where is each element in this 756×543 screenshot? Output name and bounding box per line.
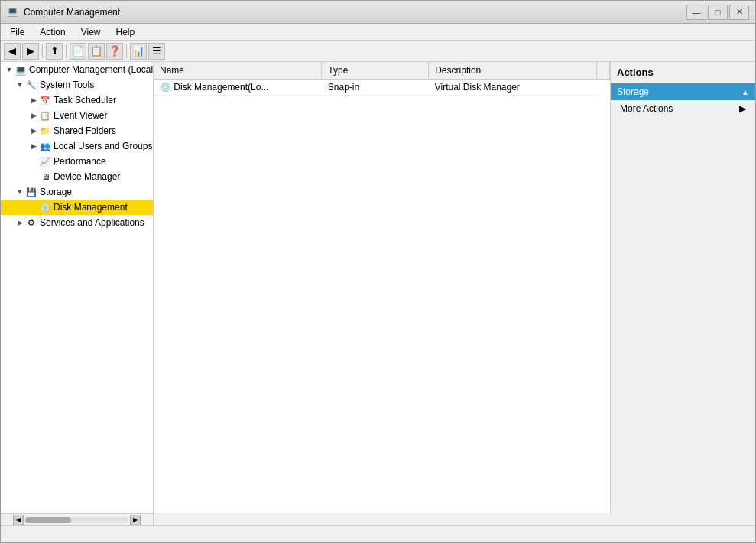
sidebar-system-tools-label: System Tools <box>40 80 94 90</box>
details-button[interactable]: ☰ <box>148 43 165 60</box>
sidebar-item-services-apps[interactable]: ▶ ⚙ Services and Applications <box>1 215 153 230</box>
actions-panel: Actions Storage ▲ More Actions ▶ <box>610 62 755 513</box>
content-area: Name Type Description 💿 Disk Management(… <box>154 62 610 513</box>
status-bar <box>1 525 755 542</box>
task-scheduler-icon: 📅 <box>39 94 51 106</box>
sidebar-services-apps-label: Services and Applications <box>40 217 144 228</box>
toolbar: ◀ ▶ ⬆ 📄 📋 ❓ 📊 ☰ <box>1 41 755 62</box>
event-viewer-icon: 📋 <box>39 109 51 122</box>
sidebar-item-event-viewer[interactable]: ▶ 📋 Event Viewer <box>1 108 153 123</box>
computer-icon: 💻 <box>15 63 27 76</box>
device-manager-icon: 🖥 <box>39 171 51 183</box>
toolbar-separator-3 <box>126 44 127 58</box>
sidebar-local-users-label: Local Users and Groups <box>54 141 152 151</box>
expand-task-scheduler[interactable]: ▶ <box>28 95 39 106</box>
expand-event-viewer[interactable]: ▶ <box>28 110 39 121</box>
expand-storage[interactable]: ▼ <box>15 187 25 197</box>
window-title: Computer Management <box>24 7 120 18</box>
minimize-button[interactable]: — <box>686 5 706 20</box>
title-buttons: — □ ✕ <box>686 5 749 20</box>
back-button[interactable]: ◀ <box>4 43 21 60</box>
cell-name: 💿 Disk Management(Lo... <box>154 80 322 96</box>
sidebar-shared-folders-label: Shared Folders <box>54 125 116 136</box>
sidebar-item-task-scheduler[interactable]: ▶ 📅 Task Scheduler <box>1 93 153 108</box>
up-button[interactable]: ⬆ <box>46 43 63 60</box>
sidebar-task-scheduler-label: Task Scheduler <box>54 95 116 106</box>
show-hide-button[interactable]: 📄 <box>70 43 86 60</box>
local-users-icon: 👥 <box>39 140 51 152</box>
sidebar-item-disk-management[interactable]: 💿 Disk Management <box>1 200 153 215</box>
properties-button[interactable]: 📋 <box>88 43 105 60</box>
actions-panel-header: Actions <box>611 62 755 83</box>
main-area: ▼ 💻 Computer Management (Local ▼ 🔧 Syste… <box>1 62 755 513</box>
expand-root[interactable]: ▼ <box>4 64 15 75</box>
scroll-right-button[interactable]: ▶ <box>130 515 141 525</box>
actions-expand-icon: ▲ <box>741 88 749 96</box>
sidebar-event-viewer-label: Event Viewer <box>54 110 107 121</box>
performance-icon: 📈 <box>39 155 51 167</box>
maximize-button[interactable]: □ <box>708 5 728 20</box>
col-header-name[interactable]: Name <box>154 62 322 80</box>
sidebar-storage-label: Storage <box>40 187 72 197</box>
content-table: Name Type Description 💿 Disk Management(… <box>154 62 610 96</box>
system-tools-icon: 🔧 <box>25 79 37 91</box>
title-bar-left: 💻 Computer Management <box>7 6 120 18</box>
more-actions-arrow: ▶ <box>739 103 746 114</box>
sidebar: ▼ 💻 Computer Management (Local ▼ 🔧 Syste… <box>1 62 154 513</box>
forward-button[interactable]: ▶ <box>22 43 39 60</box>
actions-section-storage[interactable]: Storage ▲ <box>611 83 755 100</box>
menu-file[interactable]: File <box>4 25 31 39</box>
shared-folders-icon: 📁 <box>39 125 51 137</box>
services-apps-icon: ⚙ <box>25 216 37 229</box>
col-header-type[interactable]: Type <box>322 62 429 80</box>
col-header-extra <box>597 62 610 80</box>
menu-bar: File Action View Help <box>1 24 755 41</box>
sidebar-item-system-tools[interactable]: ▼ 🔧 System Tools <box>1 77 153 93</box>
sidebar-item-local-users[interactable]: ▶ 👥 Local Users and Groups <box>1 138 153 154</box>
cell-description: Virtual Disk Manager <box>429 80 597 96</box>
main-window: 💻 Computer Management — □ ✕ File Action … <box>0 0 756 543</box>
table-row[interactable]: 💿 Disk Management(Lo... Snap-in Virtual … <box>154 80 610 96</box>
close-button[interactable]: ✕ <box>729 5 749 20</box>
expand-services-apps[interactable]: ▶ <box>15 217 25 228</box>
window-icon: 💻 <box>7 6 19 18</box>
expand-local-users[interactable]: ▶ <box>28 141 39 151</box>
expand-shared-folders[interactable]: ▶ <box>28 125 39 136</box>
sidebar-item-shared-folders[interactable]: ▶ 📁 Shared Folders <box>1 123 153 138</box>
help-button[interactable]: ❓ <box>106 43 123 60</box>
scroll-track[interactable] <box>25 517 128 523</box>
sidebar-device-manager-label: Device Manager <box>54 171 120 182</box>
menu-help[interactable]: Help <box>110 25 141 39</box>
toolbar-separator-1 <box>42 44 43 58</box>
toolbar-separator-2 <box>66 44 67 58</box>
row-icon: 💿 <box>160 82 174 93</box>
menu-view[interactable]: View <box>75 25 107 39</box>
sidebar-item-performance[interactable]: 📈 Performance <box>1 154 153 169</box>
actions-item-more-actions[interactable]: More Actions ▶ <box>611 100 755 117</box>
sidebar-performance-label: Performance <box>54 156 106 167</box>
sidebar-root-label: Computer Management (Local <box>29 64 153 75</box>
scroll-thumb[interactable] <box>25 517 71 523</box>
sidebar-disk-management-label: Disk Management <box>54 202 128 213</box>
sidebar-item-storage[interactable]: ▼ 💾 Storage <box>1 184 153 200</box>
storage-icon: 💾 <box>25 186 37 198</box>
expand-system-tools[interactable]: ▼ <box>15 80 25 90</box>
menu-action[interactable]: Action <box>34 25 71 39</box>
sidebar-item-root[interactable]: ▼ 💻 Computer Management (Local <box>1 62 153 77</box>
cell-type: Snap-in <box>322 80 429 96</box>
actions-section-label: Storage <box>617 86 649 97</box>
more-actions-label: More Actions <box>620 103 673 114</box>
scroll-left-button[interactable]: ◀ <box>13 515 24 525</box>
col-header-description[interactable]: Description <box>429 62 597 80</box>
title-bar: 💻 Computer Management — □ ✕ <box>1 1 755 24</box>
horizontal-scrollbar[interactable]: ◀ ▶ <box>1 513 154 525</box>
sidebar-item-device-manager[interactable]: 🖥 Device Manager <box>1 169 153 184</box>
chart-button[interactable]: 📊 <box>130 43 147 60</box>
disk-management-icon: 💿 <box>39 201 51 213</box>
